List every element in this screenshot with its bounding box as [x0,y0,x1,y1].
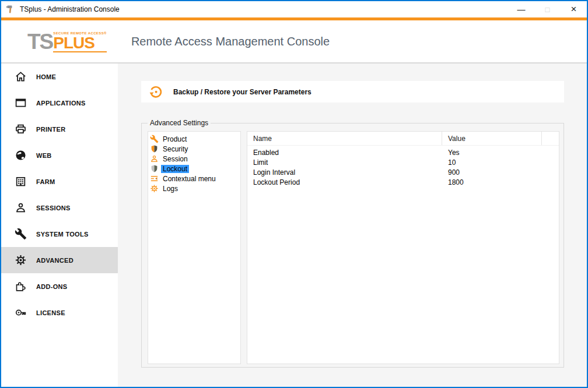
tree-item-session[interactable]: Session [148,154,240,164]
web-globe-icon [15,149,27,161]
minimize-button[interactable]: — [508,1,534,17]
sidebar-item-farm[interactable]: FARM [1,168,118,195]
tree-item-contextual-menu[interactable]: Contextual menu [148,174,240,184]
tsplus-logo: TS SECURE REMOTE ACCESS® PLUS [27,31,107,52]
list-menu-icon [150,174,159,183]
sidebar-item-label: SESSIONS [36,204,71,211]
shield-gray-icon [150,164,159,173]
tree-item-security[interactable]: Security [148,144,240,154]
sidebar-item-system-tools[interactable]: SYSTEM TOOLS [1,221,118,247]
maximize-button[interactable]: □ [534,1,561,17]
cell-value: 900 [442,167,542,177]
sidebar-item-applications[interactable]: APPLICATIONS [1,90,118,116]
close-button[interactable]: × [561,1,587,17]
sidebar: HOME APPLICATIONS PRINTER WEB [1,64,118,387]
backup-restore-icon [148,84,163,100]
sessions-user-icon [15,202,27,214]
sidebar-item-label: PRINTER [36,126,65,133]
sidebar-item-advanced[interactable]: ADVANCED [1,247,118,273]
backup-restore-banner[interactable]: Backup / Restore your Server Parameters [141,81,564,103]
column-header-filler [542,132,559,145]
wrench-icon [15,228,27,240]
tree-item-label: Product [161,135,188,143]
tree-item-logs[interactable]: Logs [148,184,240,193]
table-rows: Enabled Yes Limit 10 [247,146,559,187]
settings-tree: Product Security Session [148,131,241,364]
user-orange-icon [150,154,159,163]
titlebar: TSplus - Administration Console — □ × [1,1,587,17]
page-title: Remote Access Management Console [131,35,330,48]
table-row-login-interval[interactable]: Login Interval 900 [247,167,559,177]
cell-value: 10 [442,157,542,167]
wrench-orange-icon [150,135,159,143]
sidebar-item-label: APPLICATIONS [36,100,86,107]
window-title: TSplus - Administration Console [20,5,120,13]
puzzle-icon [15,280,27,292]
logo-plus: PLUS [53,35,107,52]
sidebar-item-printer[interactable]: PRINTER [1,116,118,142]
header: TS SECURE REMOTE ACCESS® PLUS Remote Acc… [1,20,587,64]
sidebar-item-home[interactable]: HOME [1,64,118,90]
sidebar-item-sessions[interactable]: SESSIONS [1,195,118,221]
tree-item-label: Logs [161,185,180,193]
key-icon [15,306,27,319]
cell-name: Login Interval [247,167,442,177]
advanced-settings-group: Advanced Settings Product Security [141,123,564,368]
sidebar-item-license[interactable]: LICENSE [1,299,118,326]
sidebar-item-label: ADD-ONS [36,283,67,290]
sidebar-item-label: SYSTEM TOOLS [36,231,89,238]
tree-item-label: Security [161,145,190,153]
gear-orange-icon [150,184,159,193]
settings-table: Name Value Enabled Yes [247,131,559,364]
tree-item-label: Contextual menu [161,175,218,183]
sidebar-item-label: LICENSE [36,309,65,316]
tree-item-label: Session [161,155,190,163]
table-row-lockout-period[interactable]: Lockout Period 1800 [247,177,559,187]
app-window: TSplus - Administration Console — □ × TS… [0,0,588,388]
sidebar-item-add-ons[interactable]: ADD-ONS [1,273,118,299]
logo-ts: TS [27,31,52,52]
cell-name: Limit [247,157,442,167]
farm-building-icon [15,175,27,188]
column-header-name[interactable]: Name [247,132,442,145]
tsplus-app-icon [6,5,15,14]
sidebar-item-web[interactable]: WEB [1,142,118,168]
cell-name: Enabled [247,147,442,157]
tree-item-lockout[interactable]: Lockout [148,164,240,174]
sidebar-item-label: WEB [36,152,52,159]
applications-icon [15,97,27,109]
main-content: Backup / Restore your Server Parameters … [118,64,587,387]
sidebar-item-label: HOME [36,73,56,80]
sidebar-item-label: ADVANCED [36,257,74,264]
column-header-value[interactable]: Value [442,132,542,145]
cell-value: 1800 [442,177,542,187]
sidebar-item-label: FARM [36,178,55,185]
table-row-limit[interactable]: Limit 10 [247,157,559,167]
backup-restore-label: Backup / Restore your Server Parameters [173,88,312,96]
cell-name: Lockout Period [247,177,442,187]
tree-item-product[interactable]: Product [148,134,240,144]
printer-icon [15,123,27,135]
shield-orange-icon [150,144,159,153]
advanced-settings-group-label: Advanced Settings [148,119,211,127]
table-header: Name Value [247,132,559,146]
home-icon [15,70,27,83]
cell-value: Yes [442,147,542,157]
table-row-enabled[interactable]: Enabled Yes [247,147,559,157]
gear-icon [15,254,27,266]
window-controls: — □ × [508,1,587,17]
tree-item-label: Lockout [161,165,189,173]
